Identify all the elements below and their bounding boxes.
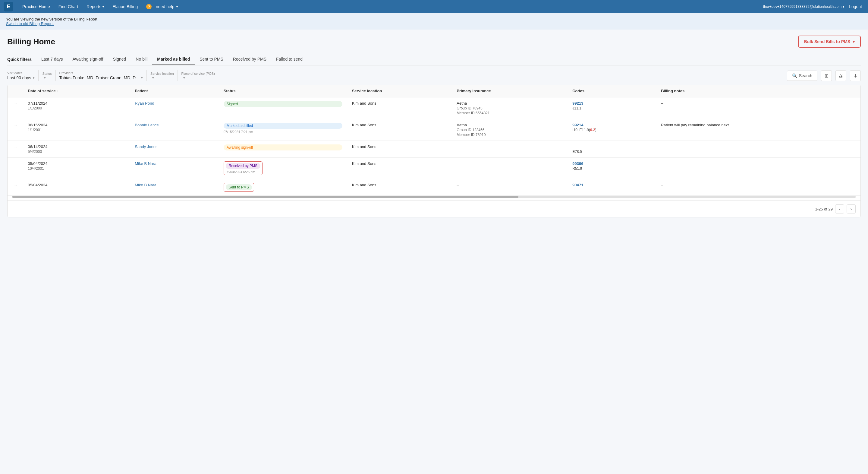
date-cell: 06/15/2024 <box>28 123 125 127</box>
row-menu-button[interactable]: ··· <box>12 123 18 128</box>
pos-label: Place of service (POS) <box>181 72 215 76</box>
page-header: Billing Home Bulk Send Bills to PMS ▾ <box>7 36 861 48</box>
service-location-cell: Kim and Sons <box>347 97 452 119</box>
print-button[interactable]: 🖨 <box>835 70 846 81</box>
code-secondary: J11.1 <box>572 106 651 110</box>
date-cell: 06/14/2024 <box>28 144 125 149</box>
help-icon: ? <box>146 4 152 9</box>
providers-chevron-icon: ▾ <box>141 76 143 80</box>
next-page-button[interactable]: › <box>846 204 856 213</box>
quick-filters-bar: Quick filters Last 7 days Awaiting sign-… <box>7 54 861 65</box>
pos-chevron-icon: ▾ <box>183 76 185 80</box>
table-header-row: Date of service ↓ Patient Status Service… <box>7 85 861 97</box>
patient-name-link[interactable]: Sandy Jones <box>135 144 214 149</box>
date-cell: 05/04/2024 <box>28 161 125 166</box>
table-row: ··· 06/14/2024 5/4/2000 Sandy Jones Awai… <box>7 141 861 158</box>
filter-failed-to-send[interactable]: Failed to send <box>271 54 307 65</box>
filter-no-bill[interactable]: No bill <box>131 54 152 65</box>
pagination-info: 1-25 of 29 <box>815 207 833 211</box>
row-menu-button[interactable]: ··· <box>12 161 18 167</box>
prev-page-button[interactable]: ‹ <box>835 204 844 213</box>
billing-notes-cell: – <box>656 158 861 179</box>
visit-dates-filter[interactable]: Visit dates Last 90 days ▾ <box>7 71 35 80</box>
providers-filter[interactable]: Providers Tobias Funke, MD, Fraiser Cran… <box>59 71 143 80</box>
visit-dates-label: Visit dates <box>7 71 35 75</box>
status-filter[interactable]: Status ▾ <box>42 72 52 80</box>
search-icon: 🔍 <box>792 73 797 78</box>
code-secondary: R51.9 <box>572 167 651 171</box>
filters-row: Visit dates Last 90 days ▾ Status ▾ Prov… <box>7 70 861 81</box>
table-row: ··· 07/11/2024 1/1/2000 Ryan Pond Signed <box>7 97 861 119</box>
search-button[interactable]: 🔍 Search <box>787 70 817 81</box>
status-chevron-icon: ▾ <box>44 76 46 80</box>
col-service-location: Service location <box>347 85 452 97</box>
dob-cell: 10/4/2001 <box>28 167 125 171</box>
nav-help[interactable]: ? I need help ▾ <box>142 0 182 13</box>
page-title: Billing Home <box>7 37 55 47</box>
logout-button[interactable]: Logout <box>846 4 864 9</box>
help-chevron-icon: ▾ <box>176 5 178 8</box>
insurance-name: Aetna <box>457 123 563 127</box>
filter-awaiting-sign-off[interactable]: Awaiting sign-off <box>68 54 108 65</box>
code-primary[interactable]: 99214 <box>572 123 651 127</box>
col-date[interactable]: Date of service ↓ <box>23 85 130 97</box>
row-menu-button[interactable]: ··· <box>12 183 18 188</box>
insurance-name: – <box>457 183 563 187</box>
service-location-label: Service location <box>150 72 174 76</box>
status-badge: Signed <box>224 101 342 107</box>
row-menu-button[interactable]: ··· <box>12 144 18 150</box>
col-billing-notes: Billing notes <box>656 85 861 97</box>
user-email[interactable]: thor+dev+140775991738372@elationhealth.c… <box>763 4 844 9</box>
code-primary[interactable]: 99396 <box>572 161 651 166</box>
row-menu-button[interactable]: ··· <box>12 101 18 106</box>
patient-name-link[interactable]: Ryan Pond <box>135 101 214 106</box>
col-codes: Codes <box>567 85 656 97</box>
service-location-filter[interactable]: Service location ▾ <box>150 72 174 80</box>
nav-practice-home[interactable]: Practice Home <box>18 0 54 13</box>
download-button[interactable]: ⬇ <box>850 70 861 81</box>
col-patient: Patient <box>130 85 218 97</box>
switch-billing-report-link[interactable]: Switch to old Billing Report. <box>6 22 54 26</box>
service-location-cell: Kim and Sons <box>347 141 452 158</box>
code-primary[interactable]: 90471 <box>572 183 651 187</box>
providers-value: Tobias Funke, MD, Fraiser Crane, MD, D..… <box>59 76 139 80</box>
table-body: ··· 07/11/2024 1/1/2000 Ryan Pond Signed <box>7 97 861 196</box>
page-content: Billing Home Bulk Send Bills to PMS ▾ Qu… <box>0 30 868 224</box>
info-banner: You are viewing the new version of the B… <box>0 13 868 30</box>
logo: E <box>4 2 13 11</box>
code-primary: – <box>572 144 651 149</box>
insurance-group: Group ID 123456 <box>457 128 563 132</box>
patient-name-link[interactable]: Mike B Nara <box>135 183 214 187</box>
status-cell: Awaiting sign-off <box>224 144 342 150</box>
bulk-send-button[interactable]: Bulk Send Bills to PMS ▾ <box>798 36 861 48</box>
insurance-member: Member ID 6554321 <box>457 111 563 115</box>
status-cell: Signed <box>224 101 342 107</box>
nav-links: Practice Home Find Chart Reports ▾ Elati… <box>18 0 763 13</box>
grid-view-button[interactable]: ⊞ <box>821 70 832 81</box>
nav-elation-billing[interactable]: Elation Billing <box>108 0 142 13</box>
filter-sent-to-pms[interactable]: Sent to PMS <box>195 54 228 65</box>
pos-filter[interactable]: Place of service (POS) ▾ <box>181 72 215 80</box>
filter-marked-as-billed[interactable]: Marked as billed <box>152 54 195 65</box>
filter-divider-4 <box>178 70 178 81</box>
status-badge: Sent to PMS <box>226 184 252 190</box>
nav-reports[interactable]: Reports ▾ <box>82 0 108 13</box>
filter-last-7-days[interactable]: Last 7 days <box>36 54 68 65</box>
sort-arrow-icon: ↓ <box>57 89 59 93</box>
table-scroll-container: Date of service ↓ Patient Status Service… <box>7 85 861 196</box>
visit-dates-value: Last 90 days <box>7 76 31 80</box>
filter-signed[interactable]: Signed <box>108 54 131 65</box>
nav-find-chart[interactable]: Find Chart <box>54 0 82 13</box>
status-date: 07/15/2024 7:21 pm <box>224 130 342 134</box>
status-badge: Received by PMS <box>226 163 260 169</box>
code-primary[interactable]: 99213 <box>572 101 651 106</box>
filter-received-by-pms[interactable]: Received by PMS <box>228 54 271 65</box>
download-icon: ⬇ <box>854 73 858 79</box>
quick-filters-label: Quick filters <box>7 54 36 65</box>
horizontal-scrollbar[interactable] <box>12 196 856 198</box>
patient-name-link[interactable]: Mike B Nara <box>135 161 214 166</box>
providers-label: Providers <box>59 71 143 75</box>
billing-notes-cell: – <box>656 141 861 158</box>
bulk-send-chevron-icon: ▾ <box>852 39 855 44</box>
patient-name-link[interactable]: Bonnie Lance <box>135 123 214 127</box>
